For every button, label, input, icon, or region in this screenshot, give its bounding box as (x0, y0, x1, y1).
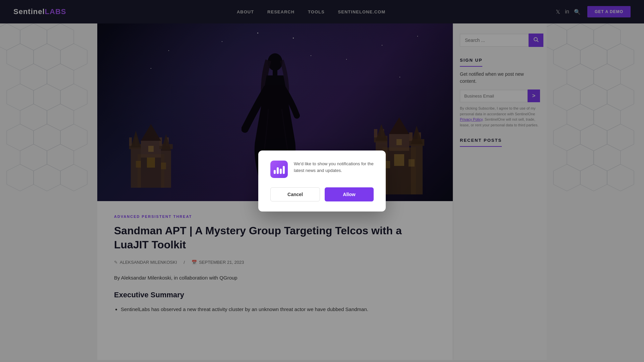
bar2 (277, 167, 279, 174)
cancel-button[interactable]: Cancel (270, 187, 320, 201)
modal-text-content: We'd like to show you notifications for … (294, 161, 374, 174)
bar3 (280, 169, 282, 174)
modal-buttons: Cancel Allow (270, 187, 374, 201)
modal-top: We'd like to show you notifications for … (270, 161, 374, 178)
notification-modal: We'd like to show you notifications for … (258, 150, 386, 212)
modal-app-icon (270, 161, 288, 178)
modal-description: We'd like to show you notifications for … (294, 161, 374, 174)
bar4 (283, 166, 285, 174)
allow-button[interactable]: Allow (325, 187, 374, 201)
bars-icon (274, 165, 285, 174)
bar1 (274, 170, 276, 174)
notification-modal-overlay: We'd like to show you notifications for … (0, 0, 644, 362)
